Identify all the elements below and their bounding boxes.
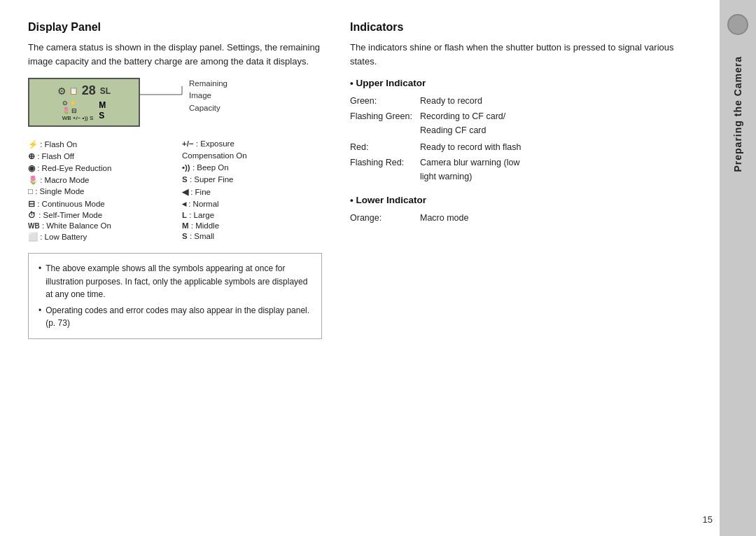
note-bullet-2: • Operating codes and error codes may al… bbox=[38, 304, 312, 330]
icon-item: ◉ : Red-Eye Reduction bbox=[28, 163, 168, 173]
icon-item: ⊕ : Flash Off bbox=[28, 151, 168, 161]
lcd-panel: ⚙ 📋 28 SL ⊙ ⚡ 🌷 ⊟ WB +/− •)) S bbox=[28, 78, 140, 127]
note-bullet-1: • The above example shows all the symbol… bbox=[38, 262, 312, 301]
icon-item: L : Large bbox=[182, 211, 322, 219]
display-panel-title: Display Panel bbox=[28, 21, 322, 34]
sidebar-circle-icon bbox=[727, 14, 748, 35]
indicator-row-green: Green: Ready to record bbox=[350, 94, 692, 108]
indicators-intro: The indicators shine or flash when the s… bbox=[350, 41, 692, 68]
note-box: • The above example shows all the symbol… bbox=[28, 253, 322, 339]
lower-indicator-table: Orange: Macro mode bbox=[350, 211, 692, 225]
lower-indicator-subtitle: • Lower Indicator bbox=[350, 195, 692, 205]
icon-item: WB : White Balance On bbox=[28, 221, 168, 230]
icon-item: □ : Single Mode bbox=[28, 187, 168, 197]
upper-indicator-subtitle: • Upper Indicator bbox=[350, 78, 692, 88]
icon-item: 🌷 : Macro Mode bbox=[28, 175, 168, 185]
indicator-row-flashing-green: Flashing Green: Recording to CF card/Rea… bbox=[350, 109, 692, 137]
indicator-row-flashing-red: Flashing Red: Camera blur warning (lowli… bbox=[350, 156, 692, 184]
diagram-label: Remaining Image Capacity bbox=[189, 78, 227, 114]
indicator-row-red: Red: Ready to record with flash bbox=[350, 140, 692, 154]
indicator-row-orange: Orange: Macro mode bbox=[350, 211, 692, 225]
icon-item: ◂ : Normal bbox=[182, 199, 322, 209]
icon-item: M : Middle bbox=[182, 221, 322, 230]
diagram-area: ⚙ 📋 28 SL ⊙ ⚡ 🌷 ⊟ WB +/− •)) S bbox=[28, 78, 322, 127]
right-column: Indicators The indicators shine or flash… bbox=[350, 21, 692, 515]
icon-item: ⊟ : Continuous Mode bbox=[28, 199, 168, 209]
icon-item: Compensation On bbox=[182, 151, 322, 161]
icons-grid: ⚡ : Flash On +/− : Exposure ⊕ : Flash Of… bbox=[28, 139, 322, 242]
icon-item: ◀ : Fine bbox=[182, 187, 322, 197]
icon-item: ⚡ : Flash On bbox=[28, 139, 168, 149]
diagram-connector bbox=[140, 82, 189, 124]
sidebar-label: Preparing the Camera bbox=[732, 56, 743, 172]
display-panel-intro: The camera status is shown in the displa… bbox=[28, 41, 322, 68]
left-column: Display Panel The camera status is shown… bbox=[28, 21, 322, 515]
icon-item: S : Super Fine bbox=[182, 175, 322, 185]
icon-item: ⏱ : Self-Timer Mode bbox=[28, 211, 168, 219]
upper-indicator-table: Green: Ready to record Flashing Green: R… bbox=[350, 94, 692, 184]
page-number: 15 bbox=[703, 514, 713, 525]
icon-item: ⬜ : Low Battery bbox=[28, 232, 168, 242]
indicators-title: Indicators bbox=[350, 21, 692, 34]
icon-item: +/− : Exposure bbox=[182, 139, 322, 149]
icon-item: S : Small bbox=[182, 232, 322, 242]
sidebar: Preparing the Camera bbox=[720, 0, 756, 536]
icon-item: •)) : Beep On bbox=[182, 163, 322, 173]
